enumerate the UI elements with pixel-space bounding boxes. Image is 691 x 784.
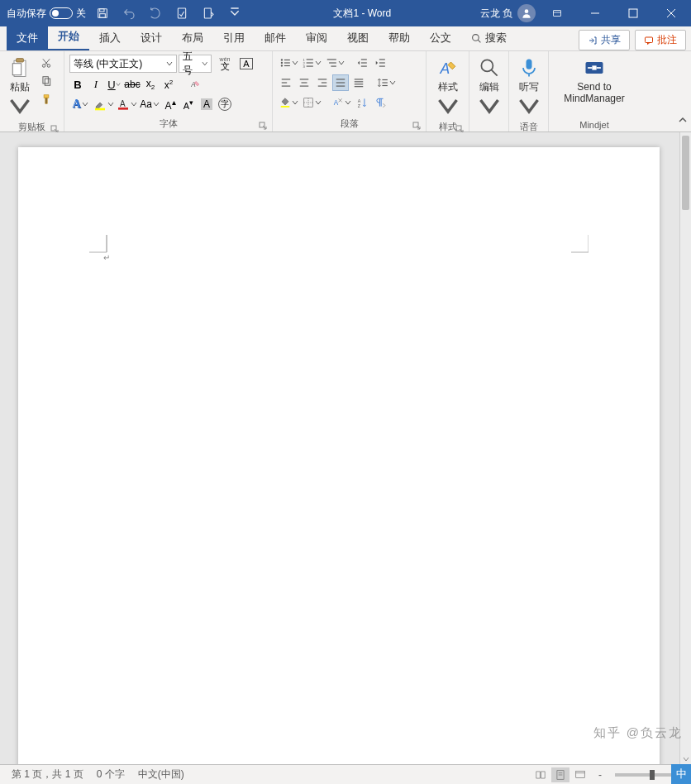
redo-button[interactable] [145, 3, 165, 23]
text-effects-button[interactable]: A [69, 96, 91, 112]
dialog-launcher-icon[interactable] [412, 122, 421, 130]
user-account[interactable]: 云龙 负 [480, 4, 536, 22]
svg-rect-30 [118, 108, 128, 110]
tab-design[interactable]: 设计 [131, 26, 172, 50]
comments-button[interactable]: 批注 [635, 30, 686, 50]
scrollbar-thumb[interactable] [682, 136, 689, 210]
tab-layout[interactable]: 布局 [172, 26, 213, 50]
tab-review[interactable]: 审阅 [296, 26, 337, 50]
read-mode-button[interactable] [531, 767, 550, 782]
align-left-button[interactable] [278, 74, 294, 91]
zoom-out-button[interactable]: - [591, 767, 609, 782]
enclose-char-button[interactable]: 字 [217, 96, 233, 112]
phonetic-guide-button[interactable]: wén 文 [213, 55, 236, 72]
bold-button[interactable]: B [69, 76, 86, 93]
align-right-button[interactable] [314, 74, 331, 91]
tab-gongwen[interactable]: 公文 [420, 26, 461, 50]
underline-button[interactable]: U [106, 76, 122, 93]
web-layout-button[interactable] [571, 767, 589, 782]
close-button[interactable] [655, 2, 688, 25]
search-button[interactable]: 搜索 [461, 26, 517, 50]
char-shading-button[interactable]: A [198, 96, 215, 112]
minimize-button[interactable] [579, 2, 612, 25]
tab-references[interactable]: 引用 [213, 26, 255, 50]
cut-button[interactable] [38, 55, 55, 71]
strikethrough-icon: abc [124, 79, 140, 90]
mindjet-group-label: Mindjet [554, 118, 635, 130]
tab-help[interactable]: 帮助 [379, 26, 420, 50]
ribbon-options-button[interactable] [541, 2, 574, 25]
share-button[interactable]: 共享 [579, 30, 630, 50]
asian-layout-button[interactable]: A [331, 94, 352, 111]
grow-font-icon: A▴ [164, 98, 175, 112]
tab-file[interactable]: 文件 [7, 26, 48, 50]
dictate-button[interactable]: 听写 [514, 55, 544, 119]
collapse-ribbon-button[interactable] [678, 113, 688, 128]
font-name-combo[interactable]: 等线 (中文正文) [69, 55, 177, 73]
scroll-down-icon[interactable] [683, 756, 689, 762]
svg-rect-17 [12, 64, 21, 75]
subscript-button[interactable]: x2 [142, 76, 159, 93]
document-page[interactable]: ↵ [18, 147, 660, 764]
increase-indent-button[interactable] [372, 55, 388, 71]
show-marks-button[interactable] [372, 94, 388, 111]
document-area: ↵ 知乎 @负云龙 [0, 132, 691, 764]
justify-button[interactable] [332, 74, 349, 91]
mic-icon [517, 56, 541, 79]
strikethrough-button[interactable]: abc [124, 76, 141, 93]
align-right-icon [317, 77, 328, 88]
undo-button[interactable] [119, 3, 139, 23]
svg-rect-2 [100, 14, 106, 18]
svg-text:A: A [333, 99, 338, 107]
save-button[interactable] [93, 3, 112, 23]
grow-font-button[interactable]: A▴ [162, 96, 179, 112]
page-indicator[interactable]: 第 1 页，共 1 页 [5, 767, 90, 782]
superscript-button[interactable]: x2 [160, 76, 177, 93]
read-mode-icon [535, 769, 546, 781]
print-layout-button[interactable] [551, 767, 569, 782]
multilevel-button[interactable] [324, 55, 346, 71]
language-indicator[interactable]: 中文(中国) [131, 767, 191, 782]
qat-customize[interactable] [225, 3, 245, 23]
tab-mailings[interactable]: 邮件 [255, 26, 296, 50]
copy-button[interactable] [38, 73, 55, 89]
chevron-down-icon [345, 99, 351, 106]
numbering-button[interactable]: 123 [301, 55, 322, 71]
autosave-toggle[interactable]: 自动保存 关 [7, 7, 86, 21]
editing-button[interactable]: 编辑 [474, 55, 504, 119]
tab-home[interactable]: 开始 [48, 24, 89, 50]
tab-insert[interactable]: 插入 [89, 26, 131, 50]
decrease-indent-button[interactable] [354, 55, 370, 71]
borders-button[interactable] [301, 94, 322, 111]
align-center-button[interactable] [296, 74, 312, 91]
maximize-button[interactable] [617, 2, 650, 25]
comment-icon [644, 36, 654, 45]
char-border-button[interactable]: A [238, 55, 255, 72]
italic-button[interactable]: I [88, 76, 104, 93]
svg-rect-92 [576, 771, 585, 777]
dialog-launcher-icon[interactable] [259, 122, 267, 130]
send-to-mindmanager-button[interactable]: Send to MindManager [554, 55, 635, 107]
distribute-button[interactable] [350, 74, 367, 91]
shading-button[interactable] [278, 94, 299, 111]
qat-btn-4[interactable] [172, 3, 192, 23]
format-painter-button[interactable] [38, 91, 55, 108]
clear-format-button[interactable]: A [187, 76, 203, 93]
font-color-button[interactable]: A [116, 96, 137, 112]
highlight-button[interactable] [93, 96, 114, 112]
paste-button[interactable]: 粘贴 [5, 55, 35, 119]
change-case-button[interactable]: Aa [139, 96, 160, 112]
vertical-scrollbar[interactable] [679, 132, 691, 764]
word-count[interactable]: 0 个字 [90, 767, 131, 782]
shrink-font-button[interactable]: A▾ [180, 96, 197, 112]
tab-view[interactable]: 视图 [337, 26, 379, 50]
voice-group-label: 语音 [514, 119, 543, 133]
sort-button[interactable]: AZ [354, 94, 370, 111]
bullets-button[interactable] [278, 55, 299, 71]
ime-indicator[interactable]: 中 [671, 764, 691, 784]
line-spacing-button[interactable] [375, 74, 397, 91]
font-size-combo[interactable]: 五号 [179, 55, 212, 73]
styles-button[interactable]: A 样式 [433, 55, 463, 119]
zoom-slider-handle[interactable] [650, 770, 655, 780]
qat-btn-5[interactable] [198, 3, 218, 23]
